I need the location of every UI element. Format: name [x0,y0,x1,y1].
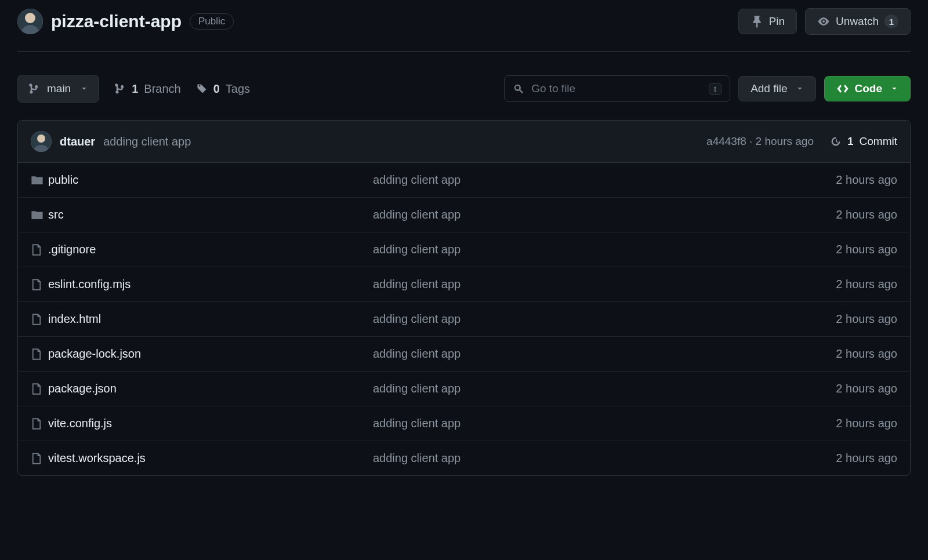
repo-toolbar: main 1 Branch 0 Tags [17,52,911,120]
file-commit-message[interactable]: adding client app [373,382,836,395]
file-commit-message[interactable]: adding client app [373,347,836,361]
owner-avatar[interactable] [17,9,43,34]
repo-header: pizza-client-app Public Pin Unwatch 1 [17,0,911,52]
watch-count: 1 [884,14,898,28]
file-name[interactable]: index.html [48,312,373,326]
commit-sha[interactable]: a4443f8 [706,135,746,147]
pin-button[interactable]: Pin [738,9,797,34]
file-time: 2 hours ago [836,278,897,291]
repo-title-group: pizza-client-app Public [17,9,234,34]
repo-name[interactable]: pizza-client-app [51,12,182,31]
file-time: 2 hours ago [836,208,897,221]
add-file-label: Add file [751,82,787,95]
file-name[interactable]: .gitignore [48,243,373,256]
caret-down-icon [890,85,898,93]
file-icon [31,383,48,395]
code-icon [836,82,849,95]
file-row: index.htmladding client app2 hours ago [18,302,910,337]
latest-commit-row: dtauer adding client app a4443f8 · 2 hou… [18,121,910,163]
folder-icon [31,174,48,187]
commit-count-label: Commit [860,135,897,148]
commit-sep: · [749,135,752,147]
branch-count: 1 [132,82,138,96]
file-listing: dtauer adding client app a4443f8 · 2 hou… [17,120,911,476]
file-icon [31,452,48,465]
tag-icon [196,83,208,94]
history-icon [830,136,842,147]
git-branch-icon [28,83,40,94]
code-label: Code [855,82,883,95]
git-branch-icon [114,83,126,94]
file-row: srcadding client app2 hours ago [18,198,910,232]
pin-icon [751,15,763,28]
file-commit-message[interactable]: adding client app [373,278,836,291]
file-name[interactable]: package-lock.json [48,347,373,361]
tag-count: 0 [213,82,220,96]
file-time: 2 hours ago [836,382,897,395]
file-row: publicadding client app2 hours ago [18,163,910,198]
branch-switcher[interactable]: main [17,75,99,103]
file-commit-message[interactable]: adding client app [373,208,836,221]
file-icon [31,348,48,361]
file-commit-message[interactable]: adding client app [373,452,836,465]
file-commit-message[interactable]: adding client app [373,417,836,430]
file-name[interactable]: src [48,208,373,221]
file-row: vitest.workspace.jsadding client app2 ho… [18,441,910,475]
code-button[interactable]: Code [824,76,911,101]
file-name[interactable]: public [48,173,373,187]
folder-icon [31,209,48,221]
branches-link[interactable]: 1 Branch [114,82,181,96]
file-commit-message[interactable]: adding client app [373,173,836,187]
file-icon [31,278,48,291]
file-row: .gitignoreadding client app2 hours ago [18,232,910,267]
commits-link[interactable]: 1 Commit [830,135,897,148]
branch-label: Branch [144,82,180,96]
commit-author[interactable]: dtauer [60,135,95,148]
file-time: 2 hours ago [836,173,897,187]
svg-point-1 [25,13,35,23]
kbd-hint: t [709,83,722,95]
unwatch-label: Unwatch [836,15,879,28]
commit-author-avatar[interactable] [31,131,52,152]
file-row: package-lock.jsonadding client app2 hour… [18,337,910,372]
commit-message[interactable]: adding client app [103,135,191,148]
tags-link[interactable]: 0 Tags [196,82,250,96]
file-time: 2 hours ago [836,417,897,430]
svg-point-4 [37,134,45,143]
file-search[interactable]: t [504,75,730,102]
header-actions: Pin Unwatch 1 [738,8,911,35]
file-name[interactable]: vite.config.js [48,417,373,430]
file-icon [31,313,48,326]
add-file-button[interactable]: Add file [738,76,815,101]
file-row: vite.config.jsadding client app2 hours a… [18,406,910,441]
pin-label: Pin [769,15,785,28]
caret-down-icon [80,85,88,93]
file-row: eslint.config.mjsadding client app2 hour… [18,267,910,302]
caret-down-icon [796,85,804,93]
file-name[interactable]: eslint.config.mjs [48,278,373,291]
file-search-input[interactable] [531,82,702,95]
commit-time: 2 hours ago [756,135,814,147]
file-commit-message[interactable]: adding client app [373,312,836,326]
tag-label: Tags [226,82,250,96]
file-name[interactable]: vitest.workspace.js [48,452,373,465]
commit-count-num: 1 [847,135,854,148]
visibility-badge: Public [190,13,234,30]
file-icon [31,417,48,430]
search-icon [513,83,524,94]
unwatch-button[interactable]: Unwatch 1 [805,8,911,35]
file-name[interactable]: package.json [48,382,373,395]
branch-name: main [47,82,71,95]
file-time: 2 hours ago [836,347,897,361]
file-icon [31,243,48,256]
svg-point-2 [822,20,825,23]
file-time: 2 hours ago [836,312,897,326]
file-commit-message[interactable]: adding client app [373,243,836,256]
file-time: 2 hours ago [836,243,897,256]
file-row: package.jsonadding client app2 hours ago [18,372,910,406]
file-time: 2 hours ago [836,452,897,465]
eye-icon [817,15,830,28]
